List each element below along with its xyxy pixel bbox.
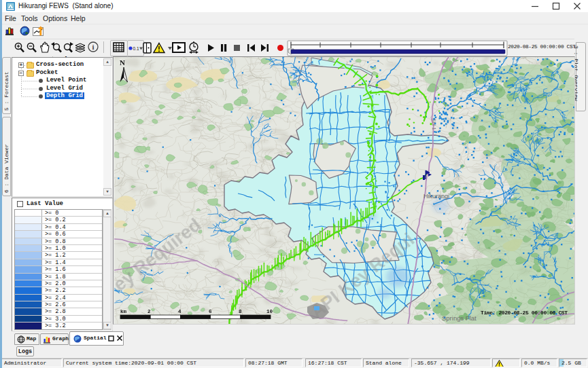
svg-text:10: 10 (266, 309, 273, 314)
svg-text:Time: 2020-08-25 00:00:00 CST: Time: 2020-08-25 00:00:00 CST (481, 310, 568, 316)
svg-text:6: 6 (209, 309, 212, 314)
svg-text:8: 8 (239, 309, 242, 314)
svg-text:2: 2 (148, 309, 151, 314)
svg-text:Hikurangi: Hikurangi (423, 193, 449, 200)
svg-text:i: i (92, 43, 94, 51)
svg-text:0.1: 0.1 (133, 46, 139, 51)
svg-text:SH 1: SH 1 (431, 118, 437, 130)
svg-text:km: km (120, 309, 127, 314)
svg-text:Springs Flat: Springs Flat (442, 314, 477, 322)
svg-text:4: 4 (178, 309, 181, 314)
svg-text:N: N (120, 58, 125, 67)
